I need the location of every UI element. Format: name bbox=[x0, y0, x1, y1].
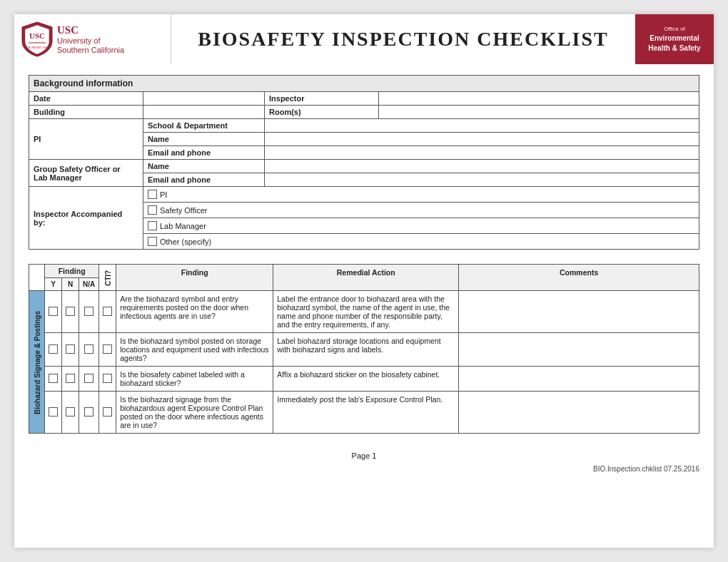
row4-comments[interactable] bbox=[459, 392, 699, 434]
row4-n[interactable] bbox=[62, 392, 79, 434]
page-number: Page 1 bbox=[352, 451, 377, 460]
sub-header-y: Y bbox=[45, 278, 62, 291]
accompanied-pi: PI bbox=[143, 187, 699, 203]
date-label: Date bbox=[29, 92, 143, 106]
pi-label: PI bbox=[29, 119, 143, 160]
background-section: Background information Date Inspector Bu… bbox=[14, 64, 714, 257]
rooms-label: Room(s) bbox=[265, 106, 379, 119]
row2-na[interactable] bbox=[79, 333, 99, 367]
accompanied-other: Other (specify) bbox=[143, 234, 699, 250]
row1-comments[interactable] bbox=[459, 291, 699, 333]
env-health-label: Environmental bbox=[649, 34, 699, 44]
row4-remedial: Immediately post the lab's Exposure Cont… bbox=[273, 392, 459, 434]
findings-section: Finding CTI? Finding Remedial Action Com… bbox=[14, 257, 714, 441]
usc-logo: USC FOUNDED 1880 USC University of South… bbox=[21, 21, 124, 57]
usc-shield-icon: USC FOUNDED 1880 bbox=[21, 21, 53, 57]
lab-manager-option-label: Lab Manager bbox=[160, 222, 206, 230]
gso-name-label: Name bbox=[143, 160, 265, 173]
page-title-area: Biosafety Inspection Checklist bbox=[171, 14, 635, 64]
bg-section-header: Background information bbox=[29, 76, 699, 92]
school-dept-label: School & Department bbox=[143, 119, 265, 133]
footer: Page 1 bbox=[14, 441, 714, 464]
row3-remedial: Affix a biohazard sticker on the biosafe… bbox=[273, 367, 459, 392]
sub-header-n: N bbox=[62, 278, 79, 291]
remedial-header: Remedial Action bbox=[273, 265, 459, 291]
pi-email-label: Email and phone bbox=[143, 146, 265, 160]
row3-cti[interactable] bbox=[99, 367, 116, 392]
gso-label: Group Safety Officer or Lab Manager bbox=[29, 160, 143, 187]
pi-name-value[interactable] bbox=[265, 133, 699, 146]
lab-manager-checkbox[interactable] bbox=[148, 221, 157, 230]
inspector-value[interactable] bbox=[379, 92, 699, 106]
pi-option-label: PI bbox=[160, 190, 167, 199]
cti-header: CTI? bbox=[99, 265, 116, 291]
office-info: Office of Environmental Health & Safety bbox=[635, 14, 714, 64]
usc-university: University of bbox=[57, 36, 124, 46]
row2-remedial: Label biohazard storage locations and eq… bbox=[273, 333, 459, 367]
accompanied-lab-manager: Lab Manager bbox=[143, 218, 699, 234]
row3-na[interactable] bbox=[79, 367, 99, 392]
row1-finding: Are the biohazard symbol and entry requi… bbox=[116, 291, 273, 333]
section-vertical-label: Biohazard Signage & Postings bbox=[29, 291, 45, 434]
sub-header-na: N/A bbox=[79, 278, 99, 291]
row1-remedial: Label the entrance door to biohazard are… bbox=[273, 291, 459, 333]
health-safety-label: Health & Safety bbox=[648, 44, 700, 53]
accompanied-label: Inspector Accompanied by: bbox=[29, 187, 143, 250]
safety-officer-option-label: Safety Officer bbox=[160, 206, 207, 215]
row4-na[interactable] bbox=[79, 392, 99, 434]
inspector-label: Inspector bbox=[265, 92, 379, 106]
row1-na[interactable] bbox=[79, 291, 99, 333]
svg-text:FOUNDED 1880: FOUNDED 1880 bbox=[24, 46, 50, 49]
usc-name: USC bbox=[57, 24, 124, 36]
safety-officer-checkbox[interactable] bbox=[148, 205, 157, 215]
footer-ref: BIO.Inspection.chklist 07.25.2016 bbox=[14, 464, 714, 480]
ref-label: BIO.Inspection.chklist 07.25.2016 bbox=[593, 465, 699, 473]
building-value[interactable] bbox=[143, 106, 265, 119]
row4-finding: Is the biohazard signage from the biohaz… bbox=[116, 392, 273, 434]
finding-group-header: Finding bbox=[45, 265, 99, 278]
gso-email-value[interactable] bbox=[265, 173, 699, 187]
building-label: Building bbox=[29, 106, 143, 119]
background-table: Background information Date Inspector Bu… bbox=[29, 75, 699, 250]
comments-header: Comments bbox=[459, 265, 699, 291]
row3-y[interactable] bbox=[45, 367, 62, 392]
accompanied-safety: Safety Officer bbox=[143, 203, 699, 218]
row2-y[interactable] bbox=[45, 333, 62, 367]
office-label: Office of bbox=[664, 25, 685, 33]
pi-checkbox[interactable] bbox=[148, 190, 157, 199]
vertical-spacer bbox=[29, 265, 45, 291]
svg-text:USC: USC bbox=[29, 31, 45, 40]
page-title: Biosafety Inspection Checklist bbox=[198, 28, 609, 51]
pi-email-value[interactable] bbox=[265, 146, 699, 160]
row2-n[interactable] bbox=[62, 333, 79, 367]
row2-finding: Is the biohazard symbol posted on storag… bbox=[116, 333, 273, 367]
school-dept-value[interactable] bbox=[265, 119, 699, 133]
usc-southern: Southern California bbox=[57, 46, 124, 55]
other-option-label: Other (specify) bbox=[160, 237, 211, 246]
finding2-header: Finding bbox=[116, 265, 273, 291]
gso-name-value[interactable] bbox=[265, 160, 699, 173]
row4-cti[interactable] bbox=[99, 392, 116, 434]
row3-n[interactable] bbox=[62, 367, 79, 392]
date-value[interactable] bbox=[143, 92, 265, 106]
rooms-value[interactable] bbox=[379, 106, 699, 119]
logo-area: USC FOUNDED 1880 USC University of South… bbox=[14, 14, 171, 64]
usc-text-block: USC University of Southern California bbox=[57, 24, 124, 55]
row4-y[interactable] bbox=[45, 392, 62, 434]
row3-comments[interactable] bbox=[459, 367, 699, 392]
row1-cti[interactable] bbox=[99, 291, 116, 333]
other-checkbox[interactable] bbox=[148, 237, 157, 246]
row3-finding: Is the biosafety cabinet labeled with a … bbox=[116, 367, 273, 392]
row1-y[interactable] bbox=[45, 291, 62, 333]
header: USC FOUNDED 1880 USC University of South… bbox=[14, 14, 714, 64]
row1-n[interactable] bbox=[62, 291, 79, 333]
gso-email-label: Email and phone bbox=[143, 173, 265, 187]
pi-name-label: Name bbox=[143, 133, 265, 146]
findings-table: Finding CTI? Finding Remedial Action Com… bbox=[29, 264, 699, 434]
row2-comments[interactable] bbox=[459, 333, 699, 367]
page: USC FOUNDED 1880 USC University of South… bbox=[14, 14, 714, 548]
row2-cti[interactable] bbox=[99, 333, 116, 367]
